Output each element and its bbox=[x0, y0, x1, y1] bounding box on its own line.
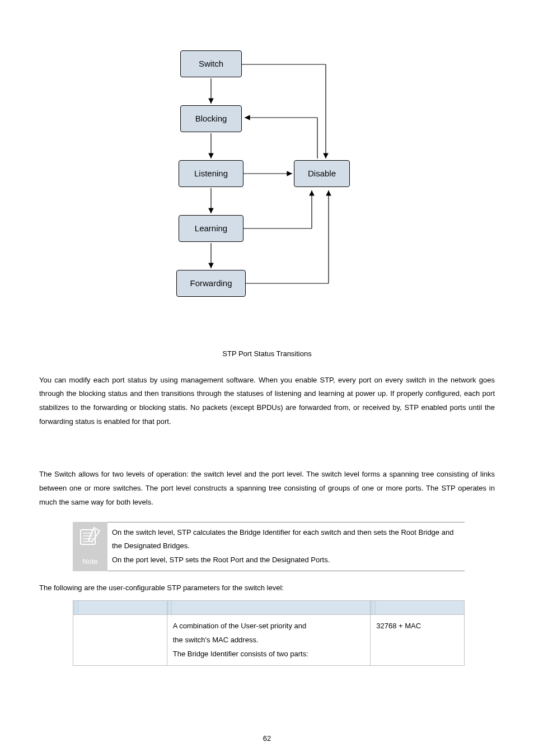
svg-rect-13 bbox=[81, 530, 95, 544]
cell-description: A combination of the User-set priority a… bbox=[167, 615, 370, 666]
notepad-icon bbox=[78, 525, 102, 547]
node-switch: Switch bbox=[180, 50, 242, 77]
node-forwarding: Forwarding bbox=[176, 270, 246, 297]
stp-state-diagram: Switch Blocking Listening Disable Learni… bbox=[149, 45, 385, 330]
node-label: Learning bbox=[195, 221, 227, 237]
table-header-row bbox=[73, 601, 465, 615]
node-blocking: Blocking bbox=[180, 105, 242, 132]
node-label: Blocking bbox=[195, 111, 227, 127]
body-paragraph: The following are the user-configurable … bbox=[39, 581, 495, 595]
node-label: Switch bbox=[199, 56, 223, 72]
cell-default: 32768 + MAC bbox=[371, 615, 465, 666]
note-label: Note bbox=[82, 555, 97, 569]
stp-params-table: A combination of the User-set priority a… bbox=[73, 600, 465, 666]
cell-param bbox=[73, 615, 167, 666]
note-line: On the switch level, STP calculates the … bbox=[112, 528, 453, 550]
note-block: Note On the switch level, STP calculates… bbox=[73, 522, 465, 571]
node-disable: Disable bbox=[294, 160, 350, 187]
page-number: 62 bbox=[0, 732, 534, 746]
note-line: On the port level, STP sets the Root Por… bbox=[112, 556, 330, 564]
node-label: Disable bbox=[308, 166, 336, 182]
node-learning: Learning bbox=[179, 215, 243, 242]
body-paragraph: The Switch allows for two levels of oper… bbox=[39, 468, 495, 509]
node-listening: Listening bbox=[179, 160, 243, 187]
table-row: A combination of the User-set priority a… bbox=[73, 615, 465, 666]
note-text: On the switch level, STP calculates the … bbox=[107, 522, 465, 571]
diagram-caption: STP Port Status Transitions bbox=[39, 347, 495, 361]
node-label: Forwarding bbox=[190, 276, 232, 292]
body-paragraph: You can modify each port status by using… bbox=[39, 374, 495, 429]
note-icon: Note bbox=[73, 522, 107, 571]
node-label: Listening bbox=[194, 166, 228, 182]
